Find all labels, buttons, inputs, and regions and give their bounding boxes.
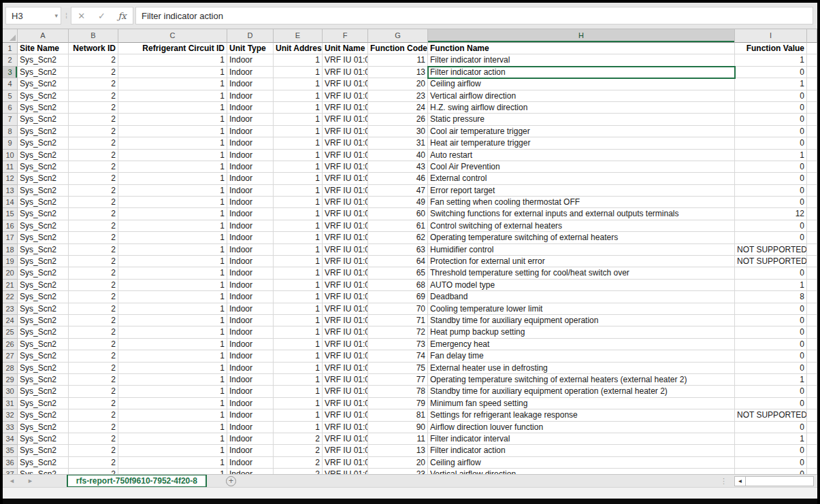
cell-overflow-12[interactable] [807,173,817,184]
cell-C20[interactable]: 1 [118,267,227,279]
cell-G20[interactable]: 65 [368,267,428,279]
cell-G23[interactable]: 70 [368,303,428,315]
cell-G7[interactable]: 26 [368,114,428,125]
cell-A14[interactable]: Sys_Scn2 [18,197,69,208]
enter-icon[interactable]: ✓ [98,11,105,21]
cell-C27[interactable]: 1 [118,350,227,362]
cell-F2[interactable]: VRF IU 01:01 [323,54,368,66]
cell-F21[interactable]: VRF IU 01:01 [323,280,368,291]
cell-I4[interactable]: 1 [735,78,807,90]
cell-B20[interactable]: 2 [69,267,118,279]
cell-B21[interactable]: 2 [69,280,118,291]
cell-C26[interactable]: 1 [118,339,227,350]
cell-I21[interactable]: 1 [735,280,807,291]
cell-C7[interactable]: 1 [118,114,227,125]
cell-F16[interactable]: VRF IU 01:01 [323,220,368,232]
cell-C13[interactable]: 1 [118,185,227,197]
formula-input[interactable]: Filter indicator action [135,7,813,24]
cell-H12[interactable]: External control [428,173,735,184]
cell-D14[interactable]: Indoor [227,197,274,208]
cell-G3[interactable]: 13 [368,67,428,78]
cell-G13[interactable]: 47 [368,185,428,197]
cell-D31[interactable]: Indoor [227,398,274,409]
cell-E12[interactable]: 1 [274,173,323,184]
cell-B6[interactable]: 2 [69,102,118,114]
cell-I13[interactable]: 0 [735,185,807,197]
cell-overflow-25[interactable] [807,326,817,338]
cell-E11[interactable]: 1 [274,161,323,173]
cell-G10[interactable]: 40 [368,150,428,161]
cell-H32[interactable]: Settings for refrigerant leakage respons… [428,409,735,421]
cell-H33[interactable]: Airflow direction louver function [428,422,735,433]
cell-overflow-20[interactable] [807,267,817,279]
cell-F1[interactable]: Unit Name [323,43,368,54]
column-header-B[interactable]: B [69,29,118,43]
cell-D32[interactable]: Indoor [227,409,274,421]
cell-H11[interactable]: Cool Air Prevention [428,161,735,173]
row-header-27[interactable]: 27 [3,350,18,362]
cell-H22[interactable]: Deadband [428,291,735,303]
cell-overflow-29[interactable] [807,374,817,386]
cell-H36[interactable]: Ceiling airflow [428,457,735,469]
column-header-I[interactable]: I [735,29,807,43]
cell-G22[interactable]: 69 [368,291,428,303]
cell-F34[interactable]: VRF IU 01:02 [323,433,368,445]
cell-I37[interactable]: 0 [735,469,807,474]
cell-A2[interactable]: Sys_Scn2 [18,54,69,66]
cell-F18[interactable]: VRF IU 01:01 [323,244,368,256]
cell-F30[interactable]: VRF IU 01:01 [323,386,368,397]
cell-B30[interactable]: 2 [69,386,118,397]
cell-B33[interactable]: 2 [69,422,118,433]
cell-F15[interactable]: VRF IU 01:01 [323,208,368,220]
cell-D1[interactable]: Unit Type [227,43,274,54]
cell-B16[interactable]: 2 [69,220,118,232]
cell-B27[interactable]: 2 [69,350,118,362]
cell-C30[interactable]: 1 [118,386,227,397]
cell-overflow-13[interactable] [807,185,817,197]
cell-D10[interactable]: Indoor [227,150,274,161]
row-header-12[interactable]: 12 [3,173,18,184]
select-all-corner[interactable] [3,29,18,43]
row-header-16[interactable]: 16 [3,220,18,232]
cell-D24[interactable]: Indoor [227,315,274,326]
cell-B28[interactable]: 2 [69,363,118,374]
cell-B37[interactable]: 2 [69,469,118,474]
cell-E19[interactable]: 1 [274,256,323,267]
cell-overflow-35[interactable] [807,445,817,456]
cell-overflow-9[interactable] [807,137,817,149]
cell-G6[interactable]: 24 [368,102,428,114]
cell-B12[interactable]: 2 [69,173,118,184]
row-header-14[interactable]: 14 [3,197,18,208]
cell-I29[interactable]: 1 [735,374,807,386]
cell-overflow-11[interactable] [807,161,817,173]
cell-D7[interactable]: Indoor [227,114,274,125]
cell-A18[interactable]: Sys_Scn2 [18,244,69,256]
cell-E13[interactable]: 1 [274,185,323,197]
cell-F31[interactable]: VRF IU 01:01 [323,398,368,409]
cell-E22[interactable]: 1 [274,291,323,303]
cell-B25[interactable]: 2 [69,326,118,338]
cell-G1[interactable]: Function Code [368,43,428,54]
cell-C4[interactable]: 1 [118,78,227,90]
cell-F13[interactable]: VRF IU 01:01 [323,185,368,197]
cell-H1[interactable]: Function Name [428,43,735,54]
cell-E8[interactable]: 1 [274,126,323,137]
cell-D28[interactable]: Indoor [227,363,274,374]
column-header-A[interactable]: A [18,29,69,43]
cell-overflow-21[interactable] [807,280,817,291]
cell-A5[interactable]: Sys_Scn2 [18,90,69,102]
cell-D5[interactable]: Indoor [227,90,274,102]
cell-D3[interactable]: Indoor [227,67,274,78]
cell-H25[interactable]: Heat pump backup setting [428,326,735,338]
cell-B22[interactable]: 2 [69,291,118,303]
cell-I11[interactable]: 0 [735,161,807,173]
cell-overflow-30[interactable] [807,386,817,397]
cell-D9[interactable]: Indoor [227,137,274,149]
cell-G37[interactable]: 23 [368,469,428,474]
cell-H31[interactable]: Minimum fan speed setting [428,398,735,409]
cell-I7[interactable]: 0 [735,114,807,125]
cell-I28[interactable]: 0 [735,363,807,374]
cell-H7[interactable]: Static pressure [428,114,735,125]
cell-C1[interactable]: Refrigerant Circuit ID [118,43,227,54]
cell-B24[interactable]: 2 [69,315,118,326]
